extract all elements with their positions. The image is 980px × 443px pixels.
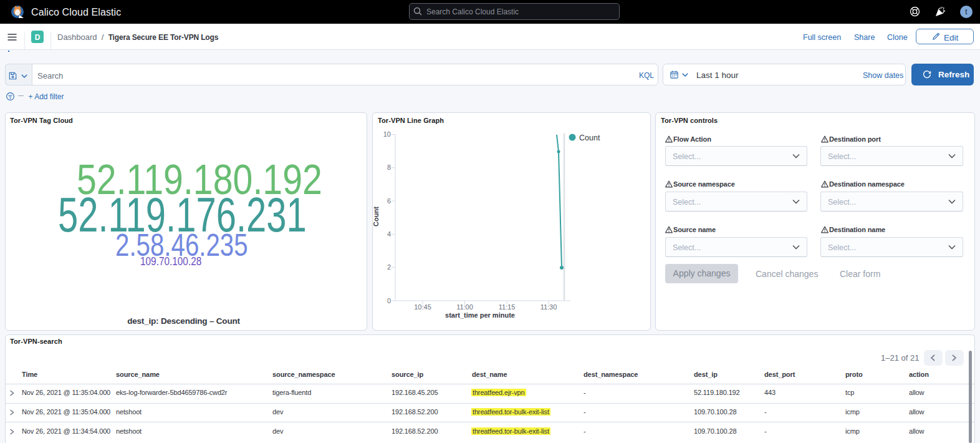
svg-text:11:15: 11:15 bbox=[499, 303, 516, 311]
svg-text:start_time per minute: start_time per minute bbox=[445, 311, 515, 319]
svg-text:2: 2 bbox=[387, 263, 391, 271]
svg-text:4: 4 bbox=[387, 230, 391, 238]
svg-text:11:30: 11:30 bbox=[540, 303, 557, 311]
svg-text:0: 0 bbox=[387, 297, 391, 304]
svg-text:10:45: 10:45 bbox=[414, 303, 431, 311]
svg-text:Count: Count bbox=[579, 134, 600, 142]
svg-text:11:00: 11:00 bbox=[456, 303, 473, 311]
svg-text:8: 8 bbox=[387, 163, 391, 171]
svg-text:10: 10 bbox=[383, 130, 391, 138]
svg-text:Count: Count bbox=[372, 207, 380, 226]
svg-text:6: 6 bbox=[387, 197, 391, 205]
